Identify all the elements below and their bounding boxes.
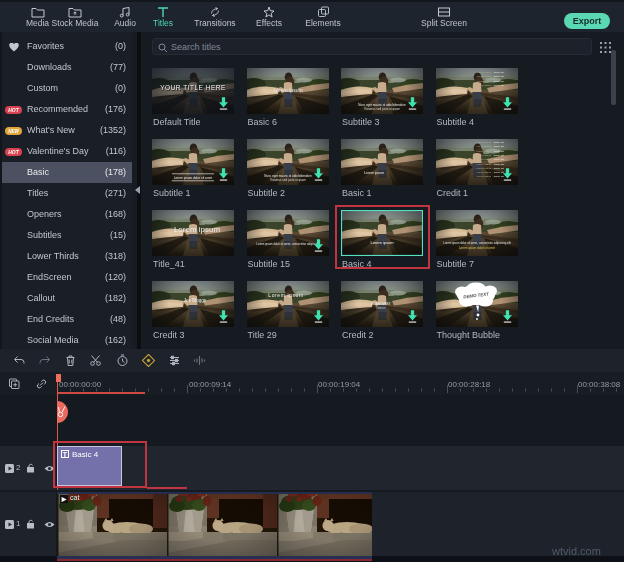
svg-text:Lorem ipsum: Lorem ipsum [476, 167, 490, 170]
svg-text:Lorem ipsum: Lorem ipsum [476, 150, 490, 153]
svg-text:Lorem ipsum: Lorem ipsum [476, 84, 490, 87]
svg-text:Vivamus sed justo ut quam: Vivamus sed justo ut quam [364, 107, 400, 111]
svg-text:Dolor Sit: Dolor Sit [494, 80, 504, 83]
svg-text:Lorem ipsum: Lorem ipsum [174, 225, 221, 234]
svg-text:Dolor Sit: Dolor Sit [494, 150, 504, 153]
svg-text:Lorem ipsum: Lorem ipsum [476, 71, 490, 74]
svg-text:HOT: HOT [8, 149, 20, 155]
svg-text:Dolor Sit: Dolor Sit [494, 167, 504, 170]
svg-text:HOT: HOT [8, 107, 20, 113]
svg-text:Lorem ipsum: Lorem ipsum [476, 175, 490, 178]
svg-text:Lorem ipsum: Lorem ipsum [476, 154, 490, 157]
svg-text:Dolor Sit: Dolor Sit [494, 158, 504, 161]
svg-text:Dolor Sit: Dolor Sit [494, 163, 504, 166]
svg-text:Lorem ipsum: Lorem ipsum [476, 80, 490, 83]
svg-text:Lorem Ipsum: Lorem Ipsum [273, 87, 302, 93]
svg-text:NEW: NEW [8, 129, 19, 134]
svg-text:Dolor Sit: Dolor Sit [494, 71, 504, 74]
svg-text:Lorem ipsum: Lorem ipsum [476, 141, 490, 144]
svg-text:Lorem ipsum: Lorem ipsum [476, 158, 490, 161]
svg-text:Lorem ipsum: Lorem ipsum [476, 145, 490, 148]
svg-text:Lorem ipsum dolor sit amet: Lorem ipsum dolor sit amet [458, 246, 494, 250]
svg-text:YOUR TITLE HERE: YOUR TITLE HERE [160, 84, 226, 91]
svg-text:Lorem ipsum: Lorem ipsum [476, 75, 490, 78]
svg-text:Dolor Sit: Dolor Sit [494, 171, 504, 174]
svg-text:Lorem ipsum dolor sit amet: Lorem ipsum dolor sit amet [174, 176, 213, 180]
svg-text:Lorem ipsum dolor sit amet, co: Lorem ipsum dolor sit amet, consectetur … [443, 241, 511, 245]
svg-text:Dolor Sit: Dolor Sit [494, 175, 504, 178]
svg-text:Dolor Sit: Dolor Sit [494, 145, 504, 148]
svg-text:Director: Director [376, 306, 385, 310]
svg-text:Lorem ipsum dolor sit amet, co: Lorem ipsum dolor sit amet, consectetur … [256, 242, 319, 246]
svg-text:Lorem ipsum: Lorem ipsum [476, 171, 490, 174]
svg-text:ADAM WEST: ADAM WEST [371, 302, 390, 306]
svg-text:Lorem ipsum: Lorem ipsum [476, 163, 490, 166]
svg-text:Joe Bloggs: Joe Bloggs [184, 298, 207, 303]
svg-text:Lorem ipsum: Lorem ipsum [268, 292, 304, 298]
svg-text:Dolor Sit: Dolor Sit [494, 154, 504, 157]
svg-text:Vivamus sed justo ut quam: Vivamus sed justo ut quam [270, 178, 306, 182]
svg-text:Dolor Sit: Dolor Sit [494, 75, 504, 78]
svg-text:Lorem ipsum: Lorem ipsum [364, 171, 384, 175]
svg-text:Dolor Sit: Dolor Sit [494, 84, 504, 87]
svg-text:Dolor Sit: Dolor Sit [494, 141, 504, 144]
